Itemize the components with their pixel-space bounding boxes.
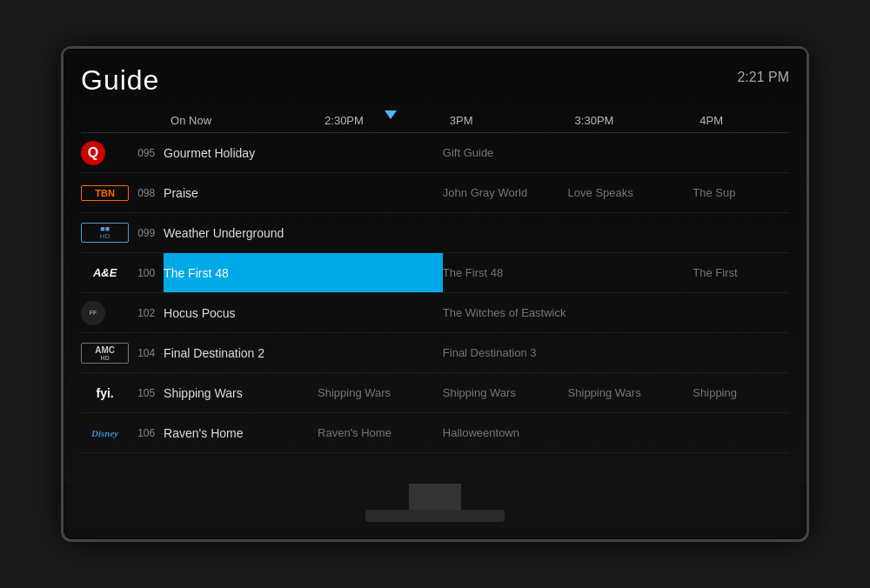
program-3pm[interactable]: Final Destination 3 (443, 333, 568, 373)
program-3pm[interactable]: Gift Guide (443, 133, 568, 173)
channel-number: 099 (129, 213, 164, 253)
program-230[interactable] (318, 333, 443, 373)
program-4pm[interactable] (693, 293, 789, 333)
tv-display: Guide 2:21 PM (61, 46, 809, 542)
program-3pm[interactable]: The Witches of Eastwick (443, 293, 568, 333)
col-330-header: 3:30PM (568, 109, 693, 133)
program-230[interactable] (318, 213, 443, 253)
logo-cell: TBN (81, 173, 129, 213)
program-on-now[interactable]: Gourmet Holiday (164, 133, 318, 173)
program-3pm[interactable]: Shipping Wars (443, 373, 568, 413)
table-row[interactable]: FF102Hocus PocusThe Witches of Eastwick (81, 293, 789, 333)
channel-logo-fyi: fyi. (81, 386, 129, 400)
program-on-now[interactable]: Weather Underground (164, 213, 318, 253)
col-num-header (129, 109, 164, 133)
program-on-now[interactable]: Hocus Pocus (164, 293, 318, 333)
channel-logo-freeform: FF (81, 301, 105, 325)
time-header-row: On Now 2:30PM 3PM 3:30PM 4PM (81, 109, 789, 133)
logo-cell: Disney (81, 413, 129, 453)
logo-cell: FF (81, 293, 129, 333)
channel-number: 102 (129, 293, 164, 333)
col-onnow-header: On Now (164, 109, 318, 133)
program-4pm[interactable] (693, 413, 789, 453)
tv-screen: Guide 2:21 PM (64, 49, 806, 484)
channel-logo-hd: ■■HD (81, 223, 129, 243)
program-330pm[interactable]: Love Speaks (568, 173, 693, 213)
table-row[interactable]: Disney106Raven's HomeRaven's HomeHallowe… (81, 413, 789, 453)
logo-cell: Q (81, 133, 129, 173)
program-230[interactable]: Raven's Home (318, 413, 443, 453)
logo-cell: ■■HD (81, 213, 129, 253)
program-4pm[interactable] (693, 133, 789, 173)
channel-number: 105 (129, 373, 164, 413)
program-on-now[interactable]: Final Destination 2 (164, 333, 318, 373)
program-330pm[interactable] (568, 333, 693, 373)
program-on-now[interactable]: Praise (164, 173, 318, 213)
program-330pm[interactable]: Shipping Wars (568, 373, 693, 413)
program-on-now[interactable]: The First 48 (164, 253, 318, 293)
guide-title: Guide (81, 64, 159, 97)
logo-cell: fyi. (81, 373, 129, 413)
program-3pm[interactable]: The First 48 (443, 253, 568, 293)
tv-stand-base (365, 510, 505, 522)
channel-number: 100 (129, 253, 164, 293)
table-row[interactable]: Q095Gourmet HolidayGift Guide (81, 133, 789, 173)
program-4pm[interactable] (693, 333, 789, 373)
logo-cell: A&E (81, 253, 129, 293)
channel-logo-amc: AMCHD (81, 343, 129, 364)
program-230[interactable] (318, 253, 443, 293)
program-330pm[interactable] (568, 413, 693, 453)
table-row[interactable]: fyi.105Shipping WarsShipping WarsShippin… (81, 373, 789, 413)
channel-number: 104 (129, 333, 164, 373)
program-4pm[interactable]: The Sup (693, 173, 789, 213)
guide-container: Guide 2:21 PM (64, 49, 806, 484)
program-230[interactable] (318, 173, 443, 213)
program-on-now[interactable]: Shipping Wars (164, 373, 318, 413)
program-330pm[interactable] (568, 293, 693, 333)
program-on-now[interactable]: Raven's Home (164, 413, 318, 453)
table-row[interactable]: ■■HD099Weather Underground (81, 213, 789, 253)
program-230[interactable] (318, 293, 443, 333)
program-230[interactable] (318, 133, 443, 173)
program-4pm[interactable]: Shipping (693, 373, 789, 413)
channel-logo-disney: Disney (81, 428, 129, 438)
program-4pm[interactable]: The First (693, 253, 789, 293)
program-330pm[interactable] (568, 133, 693, 173)
program-3pm[interactable]: Halloweentown (443, 413, 568, 453)
program-4pm[interactable] (693, 213, 789, 253)
tv-stand-neck (409, 484, 461, 510)
program-330pm[interactable] (568, 253, 693, 293)
program-330pm[interactable] (568, 213, 693, 253)
guide-time: 2:21 PM (737, 70, 789, 85)
guide-table: On Now 2:30PM 3PM 3:30PM 4PM Q095Gourmet… (81, 109, 789, 453)
channel-logo-q: Q (81, 141, 105, 165)
channel-logo-tbn: TBN (81, 185, 129, 201)
guide-header: Guide 2:21 PM (81, 64, 789, 97)
program-3pm[interactable]: John Gray World (443, 173, 568, 213)
table-row[interactable]: A&E100The First 48The First 48The First (81, 253, 789, 293)
channel-number: 106 (129, 413, 164, 453)
col-3-header: 3PM (443, 109, 568, 133)
program-230[interactable]: Shipping Wars (318, 373, 443, 413)
time-indicator (385, 110, 397, 119)
program-3pm[interactable] (443, 213, 568, 253)
table-row[interactable]: AMCHD104Final Destination 2Final Destina… (81, 333, 789, 373)
col-230-header: 2:30PM (318, 109, 443, 133)
col-logo-header (81, 109, 129, 133)
channel-number: 095 (129, 133, 164, 173)
col-4-header: 4PM (693, 109, 789, 133)
logo-cell: AMCHD (81, 333, 129, 373)
channel-logo-ae: A&E (81, 266, 129, 279)
table-row[interactable]: TBN098PraiseJohn Gray WorldLove SpeaksTh… (81, 173, 789, 213)
channel-number: 098 (129, 173, 164, 213)
